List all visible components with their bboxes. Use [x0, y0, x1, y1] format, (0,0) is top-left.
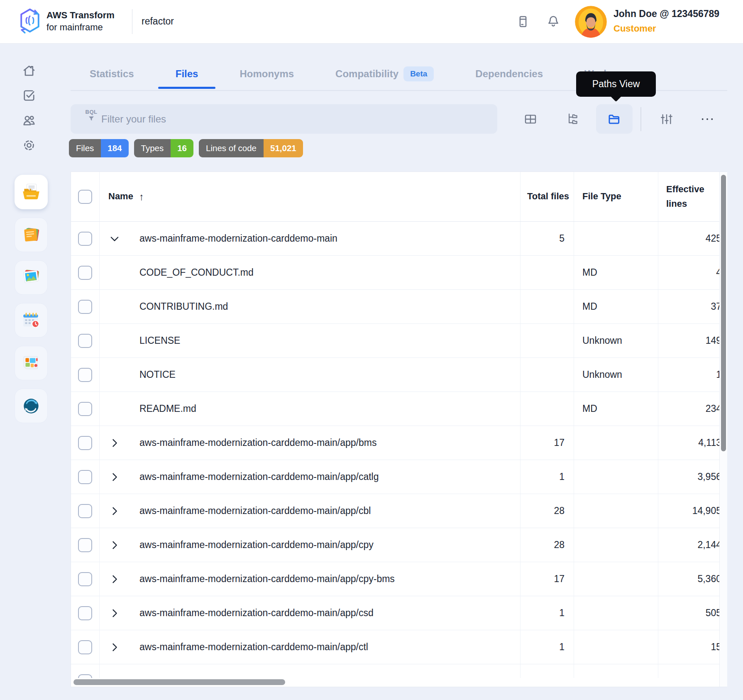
row-checkbox[interactable]: [78, 504, 92, 518]
row-checkbox[interactable]: [78, 266, 92, 280]
table-row[interactable]: aws-mainframe-modernization-carddemo-mai…: [71, 426, 719, 460]
product-title: AWS Transform: [46, 9, 115, 21]
table-row[interactable]: aws-mainframe-modernization-carddemo-mai…: [71, 528, 719, 562]
sidebar-card-files[interactable]: [15, 175, 48, 209]
table-row[interactable]: aws-mainframe-modernization-carddemo-mai…: [71, 460, 719, 494]
sidebar-card-images[interactable]: [15, 260, 48, 295]
tab-dependencies[interactable]: Dependencies: [475, 62, 543, 86]
chevron-right-icon[interactable]: [109, 437, 120, 449]
chevron-right-icon[interactable]: [109, 607, 120, 619]
row-checkbox[interactable]: [78, 572, 92, 586]
chevron-right-icon[interactable]: [109, 471, 120, 483]
settings-icon[interactable]: [22, 138, 37, 153]
sidebar-card-globe-sync[interactable]: [15, 389, 48, 423]
notes-icon: [21, 225, 42, 245]
tab-label: Homonyms: [240, 68, 294, 80]
tasks-icon[interactable]: [22, 88, 37, 103]
table-row[interactable]: aws-mainframe-modernization-carddemo-mai…: [71, 562, 719, 596]
effective-lines-value: 149: [658, 324, 719, 357]
effective-lines-value: 4: [658, 256, 719, 289]
file-name: CODE_OF_CONDUCT.md: [139, 267, 254, 278]
effective-lines-value: 2,144: [658, 528, 719, 562]
column-label: Name: [108, 189, 133, 203]
effective-lines-value: 5,360: [658, 562, 719, 596]
bql-filter-icon[interactable]: BQL: [83, 109, 100, 122]
chevron-right-icon[interactable]: [109, 505, 120, 517]
table-row[interactable]: NOTICEUnknown1: [71, 358, 719, 392]
badge-label: Files: [69, 139, 101, 157]
product-name: AWS Transform for mainframe: [46, 9, 115, 33]
more-icon[interactable]: [701, 115, 714, 123]
table-row[interactable]: README.mdMD234: [71, 392, 719, 426]
row-checkbox[interactable]: [78, 436, 92, 450]
file-type-value: [574, 426, 658, 460]
chevron-right-icon[interactable]: [109, 539, 120, 551]
file-name: aws-mainframe-modernization-carddemo-mai…: [139, 641, 368, 653]
sidebar-card-notes[interactable]: [15, 218, 48, 252]
table-row[interactable]: aws-mainframe-modernization-carddemo-mai…: [71, 494, 719, 528]
filter-input[interactable]: [101, 104, 487, 134]
row-checkbox[interactable]: [78, 538, 92, 552]
paths-view-button[interactable]: [596, 104, 633, 134]
sidebar-card-calendar[interactable]: [15, 303, 48, 338]
table-row[interactable]: CODE_OF_CONDUCT.mdMD4: [71, 256, 719, 290]
file-name: CONTRIBUTING.md: [139, 301, 228, 312]
horizontal-scrollbar-thumb[interactable]: [73, 679, 285, 685]
table-view-icon[interactable]: [524, 113, 537, 126]
row-checkbox[interactable]: [78, 368, 92, 382]
total-files-value: 1: [521, 630, 574, 664]
chevron-right-icon[interactable]: [109, 641, 120, 653]
column-header-effective-lines[interactable]: Effective lines: [658, 172, 719, 221]
sidebar-card-dashboard[interactable]: [15, 346, 48, 380]
row-checkbox[interactable]: [78, 470, 92, 484]
row-checkbox[interactable]: [78, 334, 92, 348]
file-type-value: [574, 460, 658, 494]
tab-homonyms[interactable]: Homonyms: [240, 62, 294, 86]
column-header-name[interactable]: Name ↑: [100, 172, 521, 221]
row-checkbox[interactable]: [78, 606, 92, 620]
table-row[interactable]: CONTRIBUTING.mdMD37: [71, 290, 719, 324]
chevron-right-icon[interactable]: [109, 573, 120, 585]
column-header-total-files[interactable]: Total files: [521, 172, 574, 221]
avatar[interactable]: [574, 5, 607, 38]
table-row[interactable]: aws-mainframe-modernization-carddemo-mai…: [71, 222, 719, 256]
summary-badge: Types16: [134, 139, 194, 157]
column-label: File Type: [582, 189, 621, 203]
total-files-value: 28: [521, 494, 574, 528]
tab-statistics[interactable]: Statistics: [90, 62, 134, 86]
vertical-scrollbar-thumb[interactable]: [721, 175, 726, 451]
tab-label: Compatibility: [335, 68, 398, 80]
users-icon[interactable]: [22, 113, 37, 128]
file-name: aws-mainframe-modernization-carddemo-mai…: [139, 233, 337, 244]
file-type-value: [574, 222, 658, 255]
tab-compatibility[interactable]: CompatibilityBeta: [335, 61, 434, 87]
tabs: StatisticsFilesHomonymsCompatibilityBeta…: [90, 61, 643, 87]
row-checkbox[interactable]: [78, 640, 92, 654]
badge-value: 184: [101, 139, 128, 157]
globe-sync-icon: [21, 396, 42, 416]
row-checkbox[interactable]: [78, 402, 92, 416]
sort-asc-icon[interactable]: ↑: [139, 189, 144, 204]
chevron-down-icon[interactable]: [109, 233, 120, 245]
table-row[interactable]: LICENSEUnknown149: [71, 324, 719, 358]
tree-view-icon[interactable]: [567, 113, 580, 126]
adjustments-icon[interactable]: [660, 113, 673, 126]
table-row[interactable]: aws-mainframe-modernization-carddemo-mai…: [71, 596, 719, 630]
column-header-file-type[interactable]: File Type: [574, 172, 658, 221]
row-checkbox[interactable]: [78, 674, 92, 678]
docs-icon[interactable]: [516, 15, 530, 29]
bell-icon[interactable]: [546, 14, 560, 28]
row-checkbox[interactable]: [78, 232, 92, 246]
table-row[interactable]: [71, 664, 719, 678]
file-name: aws-mainframe-modernization-carddemo-mai…: [139, 471, 379, 482]
select-all-checkbox[interactable]: [78, 190, 92, 204]
effective-lines-value: 505: [658, 596, 719, 630]
tab-files[interactable]: Files: [176, 62, 198, 86]
user-role: Customer: [613, 23, 719, 34]
row-checkbox[interactable]: [78, 300, 92, 314]
file-type-value: [574, 562, 658, 596]
user-block[interactable]: John Doe @ 123456789 Customer: [613, 8, 719, 34]
home-icon[interactable]: [22, 63, 37, 78]
table-row[interactable]: aws-mainframe-modernization-carddemo-mai…: [71, 630, 719, 664]
total-files-value: 1: [521, 460, 574, 494]
